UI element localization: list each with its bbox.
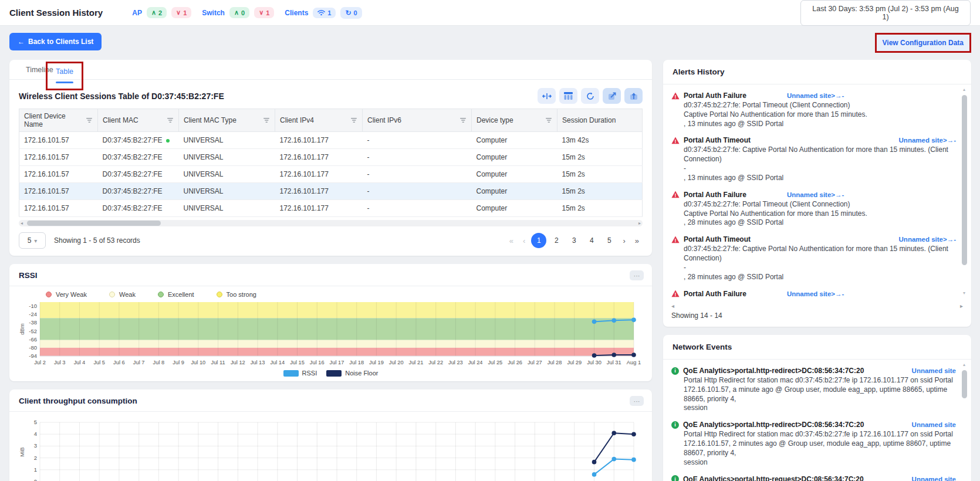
svg-text:Jul 6: Jul 6 <box>113 360 125 365</box>
prev-page-button[interactable]: ‹ <box>519 236 529 245</box>
filter-icon[interactable] <box>351 118 357 123</box>
column-header: Client IPv4 <box>275 109 363 132</box>
scroll-up-icon[interactable]: ▴ <box>961 362 967 367</box>
alert-triangle-icon: ! <box>671 191 680 198</box>
wifi-icon <box>317 9 325 16</box>
cell-name: 172.16.101.57 <box>19 166 98 183</box>
upload-button[interactable] <box>624 88 643 104</box>
site-link[interactable]: Unnamed site <box>912 476 956 481</box>
cell-device-type: Computer <box>472 149 557 166</box>
alerts-horizontal-scroll: ◂ ▸ <box>671 303 963 309</box>
filter-icon[interactable] <box>546 118 552 123</box>
events-vertical-scrollbar[interactable]: ▴ <box>961 362 967 481</box>
sessions-table: Client Device NameClient MACClient MAC T… <box>19 109 643 217</box>
cell-duration: 15m 2s <box>557 149 643 166</box>
legend-dot-icon <box>109 292 115 297</box>
scroll-up-icon[interactable]: ▴ <box>961 87 967 92</box>
rssi-chart-title: RSSI <box>19 271 38 280</box>
page-number-button[interactable]: 3 <box>566 233 582 248</box>
view-configuration-data-link[interactable]: View Configuration Data <box>877 35 969 51</box>
filter-icon[interactable] <box>263 118 270 123</box>
svg-text:Jul 22: Jul 22 <box>428 360 443 365</box>
throughput-card: Client throughput consumption ··· 012345… <box>9 389 652 481</box>
scroll-right-icon[interactable]: ▸ <box>960 303 963 309</box>
scroll-left-icon[interactable]: ◂ <box>21 221 23 226</box>
filter-icon[interactable] <box>86 118 93 123</box>
alert-title: Portal Auth Failure <box>684 290 746 298</box>
page-number-button[interactable]: 5 <box>601 233 617 248</box>
alert-triangle-icon: ! <box>671 92 680 100</box>
site-link[interactable]: Unnamed site <box>912 367 956 374</box>
scroll-right-icon[interactable]: ▸ <box>638 221 641 226</box>
cell-name: 172.16.101.57 <box>19 200 98 217</box>
resize-columns-button[interactable] <box>538 88 556 104</box>
last-page-button[interactable]: » <box>631 236 643 245</box>
cell-device-type: Computer <box>472 200 557 217</box>
cell-ipv6: - <box>363 166 472 183</box>
event-title: QoE Analytics>portal.http-redirect>DC:08… <box>683 421 864 429</box>
events-vscroll-thumb[interactable] <box>962 370 967 398</box>
back-to-clients-button[interactable]: ← Back to Clients List <box>9 33 102 50</box>
rssi-menu-button[interactable]: ··· <box>630 270 644 280</box>
alerts-showing-text: Showing 14 - 14 <box>671 311 963 320</box>
alerts-history-title: Alerts History <box>663 60 971 84</box>
refresh-button[interactable] <box>581 88 599 104</box>
legend-swatch <box>283 370 299 377</box>
legend-dot-icon <box>46 292 52 297</box>
cell-mac: D0:37:45:B2:27:FE <box>98 149 179 166</box>
site-link[interactable]: Unnamed site>→- <box>899 236 956 243</box>
hscroll-thumb[interactable] <box>27 221 161 226</box>
cell-ipv6: - <box>363 200 472 217</box>
ellipsis-icon: ··· <box>634 272 640 279</box>
open-in-new-button[interactable] <box>603 88 621 104</box>
site-link[interactable]: Unnamed site>→- <box>899 137 956 144</box>
event-description-line: session <box>684 458 956 468</box>
top-bar: Client Session History AP ∧2 ∨1 Switch ∧… <box>0 0 980 26</box>
rssi-series-legend: RSSINoise Floor <box>9 368 652 381</box>
arrow-up-icon: ∧ <box>151 9 156 16</box>
table-row[interactable]: 172.16.101.57D0:37:45:B2:27:FEUNIVERSAL1… <box>19 149 643 166</box>
threshold-legend-item: Very Weak <box>46 291 87 298</box>
next-page-button[interactable]: › <box>619 236 628 245</box>
table-row[interactable]: 172.16.101.57D0:37:45:B2:27:FEUNIVERSAL1… <box>19 166 643 183</box>
filter-icon[interactable] <box>167 118 174 123</box>
table-row[interactable]: 172.16.101.57D0:37:45:B2:27:FEUNIVERSAL1… <box>19 132 643 149</box>
info-icon: i <box>671 367 679 375</box>
throughput-menu-button[interactable]: ··· <box>630 396 644 406</box>
page-number-button[interactable]: 1 <box>531 233 546 248</box>
scroll-left-icon[interactable]: ◂ <box>671 303 674 309</box>
page-number-button[interactable]: 2 <box>549 233 564 248</box>
alert-item: !Portal Auth TimeoutUnnamed site>→-d0:37… <box>671 235 956 282</box>
columns-button[interactable] <box>559 88 577 104</box>
page-size-select[interactable]: 5 ▾ <box>19 232 46 249</box>
alerts-vscroll-thumb[interactable] <box>962 95 967 265</box>
throughput-chart: 012345Jul 2Jul 3Jul 4Jul 5Jul 6Jul 7Jul … <box>19 419 638 481</box>
rssi-threshold-legend: Very WeakWeakExcellentToo strong <box>9 286 652 299</box>
date-range-picker[interactable]: Last 30 Days: 3:53 pm (Jul 2) - 3:53 pm … <box>800 0 971 26</box>
sessions-table-title: Wireless Client Sessions Table of D0:37:… <box>19 92 224 101</box>
svg-text:dBm: dBm <box>19 323 25 335</box>
site-link[interactable]: Unnamed site>→- <box>787 290 844 297</box>
event-description-line: 172.16.101.57, 2 minutes ago @ Group use… <box>684 439 956 458</box>
threshold-legend-label: Too strong <box>227 291 256 298</box>
column-header-label: Client MAC Type <box>184 116 236 124</box>
site-link[interactable]: Unnamed site>→- <box>787 92 844 99</box>
site-link[interactable]: Unnamed site <box>912 421 956 428</box>
filter-icon[interactable] <box>460 118 467 123</box>
scroll-down-icon[interactable]: ▾ <box>961 290 967 296</box>
table-horizontal-scrollbar[interactable]: ◂ ▸ <box>19 220 643 226</box>
roaming-icon: ↻ <box>345 9 351 17</box>
alerts-vertical-scrollbar[interactable]: ▴ ▾ <box>961 87 967 296</box>
svg-text:Jul 29: Jul 29 <box>567 360 582 365</box>
table-row[interactable]: 172.16.101.57D0:37:45:B2:27:FEUNIVERSAL1… <box>19 183 643 200</box>
tab-table[interactable]: Table <box>56 67 73 76</box>
alert-description-line: - <box>684 263 956 273</box>
first-page-button[interactable]: « <box>506 236 517 245</box>
columns-icon <box>564 92 573 100</box>
page-number-button[interactable]: 4 <box>584 233 599 248</box>
table-row[interactable]: 172.16.101.57D0:37:45:B2:27:FEUNIVERSAL1… <box>19 200 643 217</box>
alert-description-line: Captive Portal No Authentication for mor… <box>684 110 956 120</box>
cell-mac: D0:37:45:B2:27:FE <box>98 200 179 217</box>
site-link[interactable]: Unnamed site>→- <box>787 191 844 198</box>
series-legend-label: RSSI <box>302 370 317 377</box>
